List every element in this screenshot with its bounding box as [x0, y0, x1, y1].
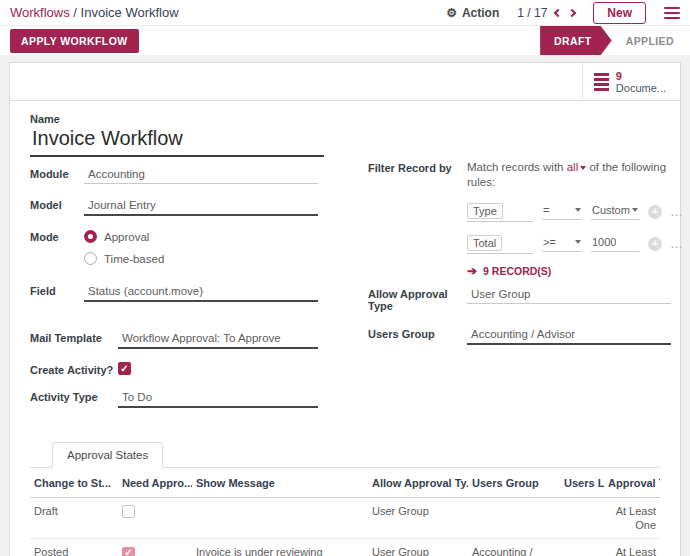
breadcrumb-parent[interactable]: Workflows [10, 5, 70, 20]
tab-approval-states[interactable]: Approval States [52, 442, 163, 468]
allow-approval-type-field[interactable]: User Group [467, 286, 671, 304]
chevron-down-icon [580, 166, 586, 170]
cell-allow-approval-type[interactable]: User Group [368, 498, 468, 539]
status-draft[interactable]: DRAFT [540, 26, 612, 55]
breadcrumb: Workflows / Invoice Workflow [10, 5, 179, 20]
table-row-draft[interactable]: Draft User Group At Least One [30, 498, 660, 539]
cell-users-group[interactable] [468, 498, 560, 539]
col-change-to-state[interactable]: Change to St... [30, 468, 118, 498]
status-applied[interactable]: APPLIED [612, 35, 690, 47]
chevron-down-icon [575, 240, 581, 244]
col-users-list[interactable]: Users L... [560, 468, 604, 498]
radio-approval-icon[interactable] [84, 230, 97, 243]
need-approval-checkbox[interactable] [122, 505, 135, 518]
model-field[interactable]: Journal Entry [84, 197, 318, 216]
pager-previous-icon[interactable] [554, 8, 562, 16]
name-input[interactable]: Invoice Workflow [30, 126, 324, 157]
record-pager: 1 / 17 [517, 6, 575, 20]
new-button[interactable]: New [593, 2, 646, 24]
table-row-posted[interactable]: Posted Invoice is under reviewing proces… [30, 539, 660, 556]
filter-record-by-label: Filter Record by [368, 160, 467, 174]
records-count-link[interactable]: ➔ 9 RECORD(S) [467, 264, 683, 278]
mode-radio-approval[interactable]: Approval [84, 230, 164, 243]
cell-allow-approval-type[interactable]: User Group [368, 539, 468, 556]
form-sheet: 9 Docume... Name Invoice Workflow Module… [9, 62, 681, 556]
approval-states-table: Change to St... Need Appro... Show Messa… [30, 468, 660, 556]
create-activity-label: Create Activity? [30, 362, 118, 376]
rule-operator-select[interactable]: = [542, 204, 582, 220]
filter-rule-row: Type = Custom + ... [467, 201, 683, 222]
rule-more-icon[interactable]: ... [671, 238, 683, 250]
top-navbar: Workflows / Invoice Workflow ⚙ Action 1 … [0, 0, 690, 26]
radio-approval-label: Approval [104, 231, 149, 243]
allow-approval-type-label: Allow Approval Type [368, 286, 467, 312]
documents-smart-button[interactable]: 9 Docume... [582, 63, 680, 100]
module-field[interactable]: Accounting [84, 166, 318, 184]
cell-users-list[interactable] [560, 498, 604, 539]
cell-show-message[interactable] [192, 498, 368, 539]
add-rule-icon[interactable]: + [648, 237, 662, 251]
filter-rule-row: Total >= 1000 + ... [467, 233, 683, 254]
pager-next-icon[interactable] [568, 8, 576, 16]
create-activity-checkbox[interactable] [118, 362, 131, 375]
action-menu-button[interactable]: ⚙ Action [446, 6, 499, 20]
users-group-field[interactable]: Accounting / Advisor [467, 326, 671, 345]
model-label: Model [30, 197, 84, 211]
col-need-approval[interactable]: Need Appro... [118, 468, 192, 498]
cell-change-to[interactable]: Posted [30, 539, 118, 556]
need-approval-checkbox[interactable] [122, 547, 135, 556]
col-show-message[interactable]: Show Message [192, 468, 368, 498]
gear-icon: ⚙ [446, 6, 457, 20]
breadcrumb-separator: / [73, 5, 77, 20]
rule-more-icon[interactable]: ... [671, 206, 683, 218]
module-label: Module [30, 166, 84, 180]
match-operator-dropdown[interactable]: all [567, 161, 587, 173]
content-area: 9 Docume... Name Invoice Workflow Module… [0, 62, 690, 556]
smart-button-strip: 9 Docume... [10, 63, 680, 101]
arrow-right-icon: ➔ [467, 264, 477, 278]
document-list-icon [594, 73, 609, 91]
mode-label: Mode [30, 229, 84, 243]
radio-time-based-label: Time-based [104, 253, 164, 265]
col-approval-type[interactable]: Approval Ty... [604, 468, 660, 498]
match-records-line: Match records with all of the following … [467, 160, 675, 190]
documents-label: Docume... [616, 82, 666, 94]
chevron-down-icon [575, 208, 581, 212]
rule-value-select[interactable]: Custom [591, 204, 639, 220]
cell-users-list[interactable] [560, 539, 604, 556]
rule-field-chip[interactable]: Total [467, 235, 502, 251]
cell-approval-type[interactable]: At Least One [604, 539, 660, 556]
activity-type-label: Activity Type [30, 389, 118, 403]
mode-radio-time-based[interactable]: Time-based [84, 252, 164, 265]
radio-time-based-icon[interactable] [84, 252, 97, 265]
field-field[interactable]: Status (account.move) [84, 283, 318, 302]
col-users-group[interactable]: Users Group [468, 468, 560, 498]
cell-change-to[interactable]: Draft [30, 498, 118, 539]
rule-field-chip[interactable]: Type [467, 203, 503, 219]
add-rule-icon[interactable]: + [648, 205, 662, 219]
action-menu-label: Action [462, 6, 499, 20]
cell-approval-type[interactable]: At Least One [604, 498, 660, 539]
cell-users-group[interactable]: Accounting / Advisor [468, 539, 560, 556]
users-group-label: Users Group [368, 326, 467, 340]
menu-icon[interactable] [664, 7, 680, 19]
status-bar: DRAFT APPLIED [540, 26, 690, 55]
breadcrumb-current: Invoice Workflow [81, 5, 179, 20]
apply-workflow-button[interactable]: APPLY WORKFLOW [10, 29, 139, 53]
chevron-down-icon [632, 208, 638, 212]
documents-count: 9 [616, 70, 666, 82]
cell-show-message[interactable]: Invoice is under reviewing process. Plea… [192, 539, 368, 556]
col-allow-approval-type[interactable]: Allow Approval Ty... [368, 468, 468, 498]
name-label: Name [30, 113, 324, 125]
mail-template-field[interactable]: Workflow Approval: To Approve [118, 330, 318, 349]
pager-counter: 1 / 17 [517, 6, 547, 20]
action-bar: APPLY WORKFLOW DRAFT APPLIED [0, 26, 690, 55]
field-label: Field [30, 283, 84, 297]
mail-template-label: Mail Template [30, 330, 118, 344]
activity-type-field[interactable]: To Do [118, 389, 318, 408]
notebook: Approval States Change to St... Need App… [30, 442, 660, 556]
rule-value-input[interactable]: 1000 [591, 236, 639, 252]
rule-operator-select[interactable]: >= [542, 236, 582, 252]
